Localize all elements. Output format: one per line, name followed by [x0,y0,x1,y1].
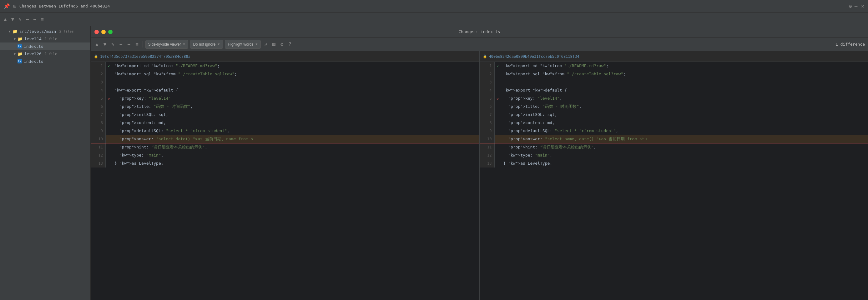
table-row: 7 "prop">initSQL: sql, [479,111,868,119]
line-code: "prop">content: md, [112,119,479,127]
minimize-icon[interactable]: — [855,3,858,9]
line-mark [495,159,501,167]
diff-titlebar: Changes: index.ts [91,26,868,37]
line-code: } "kw">as LevelType; [501,159,868,167]
viewer-chevron: ▼ [183,42,186,46]
diff-toolbar: ▲ ▼ ✎ ← → ≡ Side-by-side viewer ▼ Do not… [91,37,868,51]
close-tab-icon[interactable]: ✕ [861,3,864,9]
difference-count: 1 difference [835,42,865,46]
sidebar-item-level14[interactable]: ▼ 📁 level14 1 file [0,35,90,42]
highlight-dropdown[interactable]: Highlight words ▼ [225,40,261,49]
table-row: 6 "prop">title: "函数 - 时间函数", [91,102,479,111]
diff-list-view[interactable]: ≡ [134,41,140,48]
table-row: 5◇ "prop">key: "level14", [91,94,479,102]
diff-edit[interactable]: ✎ [110,41,116,48]
line-mark [106,127,112,135]
line-code: "prop">answer: "select name, date() ">as… [501,135,868,143]
table-row: 8 "prop">content: md, [479,119,868,127]
traffic-light-green[interactable] [108,30,113,34]
table-row: 11 "prop">hint: "请仔细查看本关给出的示例", [479,143,868,151]
sidebar-item-level26[interactable]: ▼ 📁 level26 1 file [0,50,90,58]
sidebar-item-level26-index[interactable]: ts index.ts [0,58,90,65]
ignore-dropdown[interactable]: Do not ignore ▼ [190,40,223,49]
line-mark [106,135,112,143]
line-number: 7 [91,111,106,119]
line-code: "kw">type: "main", [501,151,868,159]
line-mark [495,135,501,143]
diff-arrow-right[interactable]: → [126,41,132,48]
table-row: 10 "prop">answer: "select name, date() "… [479,135,868,143]
nav-down-btn[interactable]: ▼ [10,15,16,23]
line-mark [495,78,501,86]
outer-window: 📌 ⊞ Changes Between 10fcf4d5 and 400be82… [0,0,868,300]
diff-side-by-side: 1✓"kw">import md "kw">from "./README.md?… [91,62,868,300]
pin-icon[interactable]: 📌 [4,3,10,9]
table-row: 11 "prop">hint: "请仔细查看本关给出的示例", [91,143,479,151]
line-number: 6 [479,102,495,111]
diff-nav-down[interactable]: ▼ [102,41,108,48]
sidebar-item-src-levels-main[interactable]: ▼ 📁 src/levels/main 2 files [0,28,90,35]
line-code: "kw">import md "kw">from "./README.md?ra… [501,62,868,70]
line-number: 8 [479,119,495,127]
hash-text-right: 400be8242dae0899b49e31fcc7eb5c0f68118f34 [489,54,579,59]
diff-nav-up[interactable]: ▲ [94,41,100,48]
help-icon[interactable]: ? [287,41,293,48]
outer-toolbar: ▲ ▼ ✎ ← → ≡ [0,12,868,26]
folder-icon-level14: 📁 [18,37,23,41]
arrow-left-btn[interactable]: ← [25,15,30,23]
line-mark: ◇ [495,94,501,102]
diff-arrow-left[interactable]: ← [118,41,124,48]
arrow-right-btn[interactable]: → [32,15,38,23]
line-code: "kw">import md "kw">from "./README.md?ra… [112,62,479,70]
folder-icon-level26: 📁 [18,52,23,56]
settings-icon[interactable]: ⚙ [849,3,852,9]
sidebar: ▼ 📁 src/levels/main 2 files ▼ 📁 level14 … [0,26,91,300]
sidebar-label-level26-file: index.ts [24,59,43,64]
table-row: 1✓"kw">import md "kw">from "./README.md?… [91,62,479,70]
collapse-icon[interactable]: ⇄ [262,41,269,48]
line-code: "kw">export "kw">default { [501,86,868,94]
line-code: "kw">type: "main", [112,151,479,159]
nav-up-btn[interactable]: ▲ [2,15,8,23]
line-number: 8 [91,119,106,127]
line-mark: ✓ [106,62,112,70]
line-number: 13 [91,159,106,167]
traffic-light-red[interactable] [94,30,99,34]
line-number: 9 [91,127,106,135]
table-row: 4"kw">export "kw">default { [91,86,479,94]
line-code: "prop">initSQL: sql, [501,111,868,119]
line-mark [106,119,112,127]
list-icon[interactable]: ≡ [39,15,45,23]
line-mark [106,143,112,151]
outer-title: Changes Between 10fcf4d5 and 400be824 [20,4,846,8]
settings-icon-diff[interactable]: ⚙ [279,41,285,48]
edit-btn[interactable]: ✎ [17,15,23,23]
lock-icon-right: 🔒 [483,54,487,59]
line-number: 4 [479,86,495,94]
sidebar-badge-level26: 1 file [45,52,57,56]
traffic-light-yellow[interactable] [101,30,106,34]
sidebar-badge-level14: 1 file [45,37,57,41]
sidebar-label-level26: level26 [24,52,41,56]
line-mark [495,86,501,94]
table-row: 13} "kw">as LevelType; [479,159,868,167]
line-mark [106,159,112,167]
line-number: 1 [479,62,495,70]
line-code: "prop">hint: "请仔细查看本关给出的示例", [112,143,479,151]
viewer-dropdown[interactable]: Side-by-side viewer ▼ [145,40,189,49]
table-row: 6 "prop">title: "函数 - 时间函数", [479,102,868,111]
line-number: 11 [479,143,495,151]
diff-content[interactable]: 1✓"kw">import md "kw">from "./README.md?… [91,62,868,300]
split-icon[interactable]: ⊞ [13,3,16,9]
line-code [501,78,868,86]
table-row: 12 "kw">type: "main", [91,151,479,159]
expand-arrow-level14: ▼ [14,37,16,41]
line-number: 4 [91,86,106,94]
table-icon[interactable]: ▦ [271,41,277,48]
window-controls [94,30,113,34]
sidebar-item-level14-index[interactable]: ts index.ts [0,42,90,50]
table-row: 8 "prop">content: md, [91,119,479,127]
diff-hash-right: 🔒 400be8242dae0899b49e31fcc7eb5c0f68118f… [479,51,868,62]
line-number: 6 [91,102,106,111]
right-lines: 1✓"kw">import md "kw">from "./README.md?… [479,62,868,167]
